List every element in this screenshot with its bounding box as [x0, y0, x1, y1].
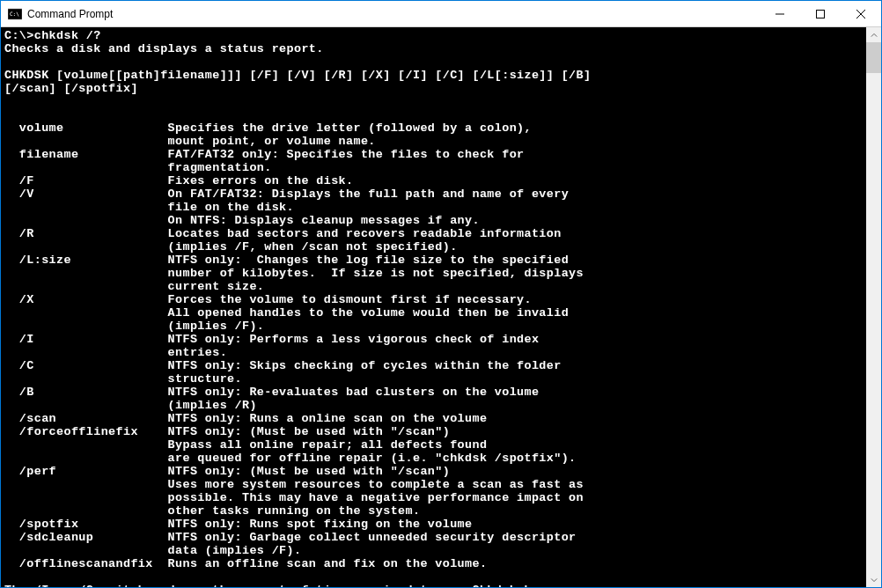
app-icon: C:\ [8, 7, 22, 21]
scroll-up-button[interactable] [866, 27, 881, 42]
vertical-scrollbar[interactable] [866, 27, 881, 587]
usage-line: CHKDSK [volume[[path]filename]]] [/F] [/… [4, 69, 591, 82]
console-area: C:\>chkdsk /?Checks a disk and displays … [1, 27, 881, 587]
window-controls [760, 1, 881, 26]
params-list: volume Specifies the drive letter (follo… [4, 121, 863, 570]
maximize-button[interactable] [800, 1, 841, 26]
close-button[interactable] [841, 1, 881, 26]
console-output[interactable]: C:\>chkdsk /?Checks a disk and displays … [1, 27, 866, 587]
svg-rect-3 [817, 10, 825, 18]
usage-line: [/scan] [/spotfix] [4, 82, 138, 95]
scroll-down-button[interactable] [866, 572, 881, 587]
svg-text:C:\: C:\ [10, 11, 19, 17]
output-line: Checks a disk and displays a status repo… [4, 42, 324, 55]
footer-line: The /I or /C switch reduces the amount o… [4, 584, 539, 587]
minimize-button[interactable] [760, 1, 800, 26]
title-bar: C:\ Command Prompt [1, 1, 881, 27]
window-title: Command Prompt [27, 8, 113, 20]
typed-command: chkdsk /? [34, 29, 101, 42]
scrollbar-track[interactable] [866, 42, 881, 572]
prompt: C:\> [4, 29, 34, 42]
scrollbar-thumb[interactable] [866, 42, 881, 73]
